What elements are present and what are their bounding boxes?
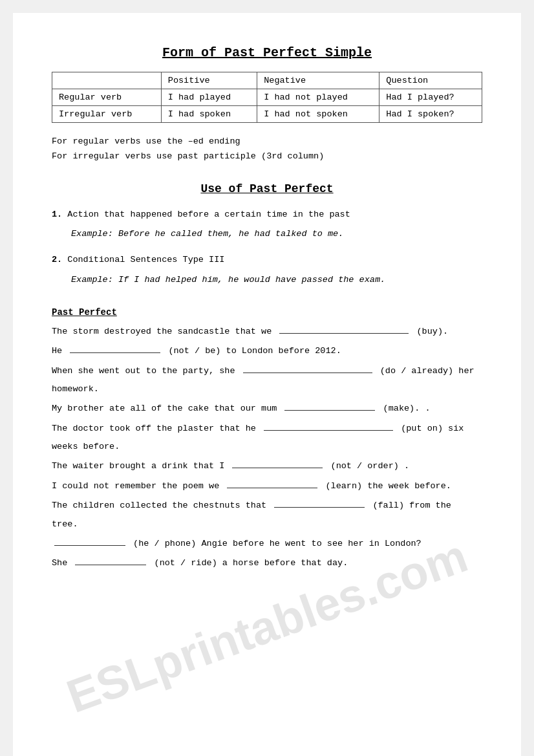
exercise-line-7: I could not remember the poem we (learn)… (52, 477, 482, 495)
line-5-before: The doctor took off the plaster that he (52, 424, 256, 433)
line-7-after: (learn) the week before. (325, 481, 451, 491)
col-header-empty (52, 72, 162, 89)
blank-8[interactable] (274, 497, 365, 508)
exercise-line-4: My brother ate all of the cake that our … (52, 400, 482, 418)
row-positive-irregular: I had spoken (161, 106, 257, 123)
use-text-2: Conditional Sentences Type III (67, 255, 224, 265)
table-row-regular: Regular verb I had played I had not play… (52, 89, 482, 106)
use-example-2: Example: If I had helped him, he would h… (71, 272, 482, 288)
row-question-irregular: Had I spoken? (379, 106, 482, 123)
row-label-irregular: Irregular verb (52, 106, 162, 123)
line-6-after: (not / order) . (331, 461, 410, 471)
use-item-2: 2. Conditional Sentences Type III (52, 252, 482, 268)
exercise-line-6: The waiter brought a drink that I (not /… (52, 457, 482, 475)
blank-10[interactable] (75, 555, 146, 565)
blank-5[interactable] (264, 420, 393, 431)
exercise-line-5: The doctor took off the plaster that he … (52, 420, 482, 457)
use-num-1: 1. (52, 210, 62, 219)
use-item-1: 1. Action that happened before a certain… (52, 207, 482, 222)
exercise-line-8: The children collected the chestnuts tha… (52, 497, 482, 534)
blank-6[interactable] (232, 458, 323, 468)
line-3-before: When she went out to the party, she (52, 366, 235, 376)
row-negative-regular: I had not played (257, 89, 379, 106)
line-8-before: The children collected the chestnuts tha… (52, 501, 266, 510)
blank-7[interactable] (227, 478, 317, 488)
exercise-section: Past Perfect The storm destroyed the san… (52, 307, 482, 572)
table-row-irregular: Irregular verb I had spoken I had not sp… (52, 106, 482, 123)
line-2-before: He (52, 346, 62, 356)
use-text-1: Action that happened before a certain ti… (67, 210, 350, 219)
exercise-line-2: He (not / be) to London before 2012. (52, 342, 482, 360)
col-header-negative: Negative (257, 72, 379, 89)
blank-2[interactable] (70, 343, 160, 353)
blank-4[interactable] (284, 400, 375, 411)
blank-1[interactable] (279, 323, 409, 334)
line-10-after: (not / ride) a horse before that day. (155, 558, 348, 568)
line-6-before: The waiter brought a drink that I (52, 461, 224, 471)
use-num-2: 2. (52, 255, 62, 265)
line-1-after: (buy). (416, 327, 448, 336)
note-1: For regular verbs use the –ed ending (52, 135, 482, 149)
line-4-after: (make). . (383, 404, 431, 413)
form-table: Positive Negative Question Regular verb … (52, 72, 482, 123)
line-1-before: The storm destroyed the sandcastle that … (52, 327, 272, 336)
blank-3[interactable] (243, 363, 372, 373)
note-2: For irregular verbs use past participle … (52, 149, 482, 164)
exercise-line-3: When she went out to the party, she (do … (52, 362, 482, 399)
notes: For regular verbs use the –ed ending For… (52, 135, 482, 164)
row-question-regular: Had I played? (379, 89, 482, 106)
exercise-line-10: She (not / ride) a horse before that day… (52, 554, 482, 572)
exercise-line-1: The storm destroyed the sandcastle that … (52, 323, 482, 341)
main-title: Form of Past Perfect Simple (52, 45, 482, 60)
use-title: Use of Past Perfect (52, 182, 482, 195)
use-section: 1. Action that happened before a certain… (52, 207, 482, 288)
line-7-before: I could not remember the poem we (52, 481, 219, 491)
exercise-title: Past Perfect (52, 307, 482, 318)
use-example-1: Example: Before he called them, he had t… (71, 226, 482, 242)
line-9-after: (he / phone) Angie before he went to see… (133, 539, 422, 548)
page: Form of Past Perfect Simple Positive Neg… (13, 13, 521, 756)
row-negative-irregular: I had not spoken (257, 106, 379, 123)
line-2-after: (not / be) to London before 2012. (168, 346, 341, 356)
col-header-question: Question (379, 72, 482, 89)
line-4-before: My brother ate all of the cake that our … (52, 404, 277, 413)
exercise-line-9: (he / phone) Angie before he went to see… (52, 535, 482, 553)
row-positive-regular: I had played (161, 89, 257, 106)
line-10-before: She (52, 558, 67, 568)
blank-9[interactable] (54, 535, 125, 546)
row-label-regular: Regular verb (52, 89, 162, 106)
col-header-positive: Positive (161, 72, 257, 89)
